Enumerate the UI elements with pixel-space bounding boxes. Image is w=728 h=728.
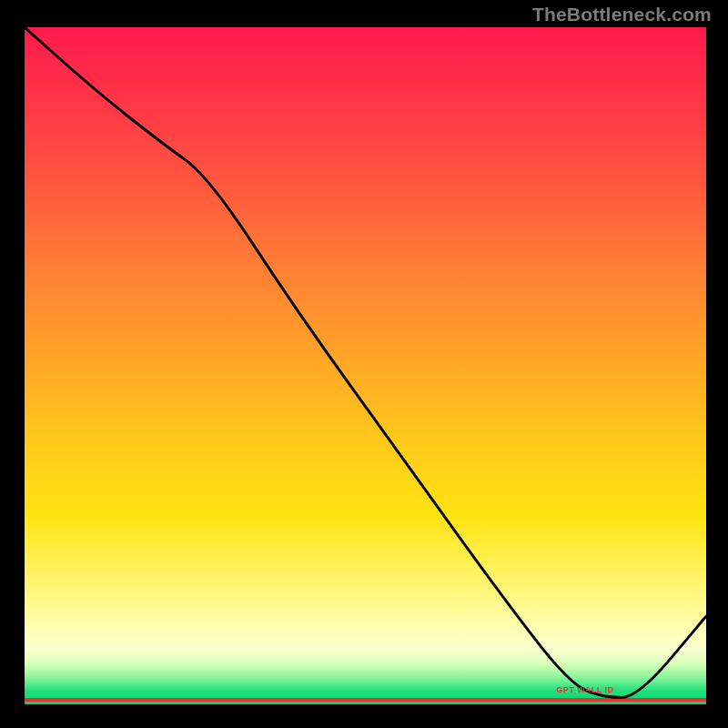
series-label: GPT WALL ID (556, 685, 613, 694)
chart-container: TheBottleneck.com GPT WALL ID (0, 0, 728, 728)
watermark-text: TheBottleneck.com (532, 4, 712, 25)
line-curve (25, 27, 706, 704)
